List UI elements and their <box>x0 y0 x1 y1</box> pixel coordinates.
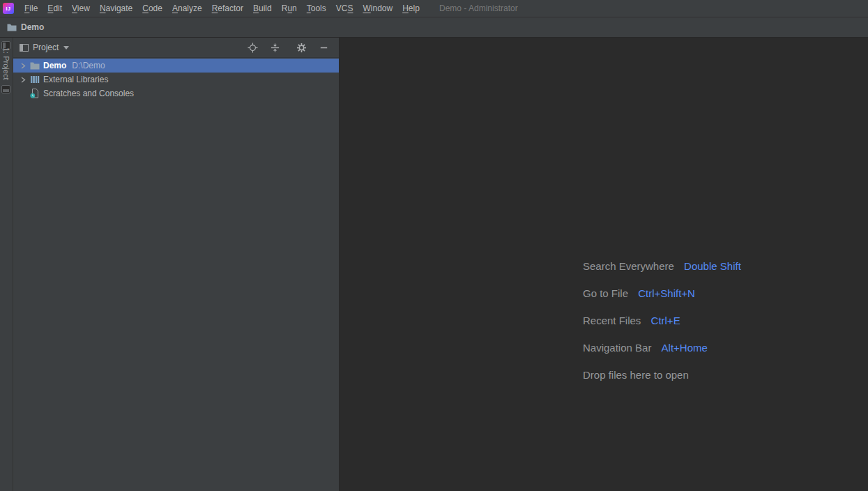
breadcrumb-item-demo[interactable]: Demo <box>21 22 44 32</box>
chevron-right-icon[interactable] <box>17 75 28 84</box>
tree-item-name: Demo <box>43 61 66 70</box>
tree-row-external-libraries[interactable]: External Libraries <box>13 73 339 86</box>
collapse-all-icon[interactable] <box>268 40 282 54</box>
tree-row-demo[interactable]: Demo D:\Demo <box>13 59 339 73</box>
hint-shortcut-keys: Double Shift <box>684 260 741 272</box>
editor-shortcut-hints: Search Everywhere Double Shift Go to Fil… <box>583 252 741 388</box>
favorites-tool-window-icon[interactable] <box>1 84 10 96</box>
menu-item-file[interactable]: File <box>20 0 43 17</box>
shortcut-hint: Go to File Ctrl+Shift+N <box>583 280 741 307</box>
intellij-window: IJ FileEditViewNavigateCodeAnalyzeRefact… <box>0 0 868 491</box>
menu-item-run[interactable]: Run <box>277 0 302 17</box>
left-tool-stripe: 1: Project <box>0 38 13 491</box>
menu-item-view[interactable]: View <box>67 0 95 17</box>
external-libraries-icon <box>29 74 40 85</box>
editor-area: Search Everywhere Double Shift Go to Fil… <box>340 38 868 491</box>
hint-action-label: Navigation Bar <box>583 342 651 354</box>
main-area: 1: Project Project <box>0 38 868 491</box>
chevron-right-icon[interactable] <box>17 61 28 70</box>
menu-item-navigate[interactable]: Navigate <box>95 0 137 17</box>
window-title: Demo - Administrator <box>439 0 518 17</box>
folder-icon <box>6 22 17 33</box>
menu-item-refactor[interactable]: Refactor <box>207 0 248 17</box>
project-tool-window: Project <box>13 38 340 491</box>
panel-title[interactable]: Project <box>33 43 59 52</box>
panel-header-toolbar <box>245 40 333 54</box>
shortcut-hint: Drop files here to open <box>583 361 741 388</box>
project-tree: Demo D:\Demo External Libraries <box>13 58 339 491</box>
hint-shortcut-keys: Ctrl+E <box>651 315 680 326</box>
shortcut-hint: Search Everywhere Double Shift <box>583 252 741 280</box>
menu-item-tools[interactable]: Tools <box>302 0 331 17</box>
settings-gear-icon[interactable] <box>294 40 308 54</box>
tree-item-name: External Libraries <box>43 75 108 84</box>
hint-action-label: Search Everywhere <box>583 260 674 272</box>
project-panel-header: Project <box>13 38 339 58</box>
navigation-bar: Demo <box>0 17 868 38</box>
logo-text: IJ <box>6 6 11 11</box>
menu-items: FileEditViewNavigateCodeAnalyzeRefactorB… <box>20 0 425 17</box>
shortcut-hint: Navigation Bar Alt+Home <box>583 334 741 361</box>
tree-item-name: Scratches and Consoles <box>43 89 134 98</box>
project-tool-window-label[interactable]: 1: Project <box>1 47 10 80</box>
intellij-logo-icon[interactable]: IJ <box>3 3 14 14</box>
menu-item-edit[interactable]: Edit <box>43 0 67 17</box>
shortcut-hint: Recent Files Ctrl+E <box>583 307 741 334</box>
hint-shortcut-keys: Alt+Home <box>662 342 708 354</box>
tree-item-path: D:\Demo <box>72 61 105 70</box>
chevron-down-icon[interactable] <box>63 46 69 50</box>
hint-action-label: Drop files here to open <box>583 369 689 381</box>
panel-view-icon <box>20 43 29 52</box>
hide-panel-icon[interactable] <box>317 40 330 54</box>
menu-item-code[interactable]: Code <box>137 0 167 17</box>
menu-bar: IJ FileEditViewNavigateCodeAnalyzeRefact… <box>0 0 868 17</box>
menu-item-analyze[interactable]: Analyze <box>167 0 207 17</box>
menu-item-build[interactable]: Build <box>248 0 277 17</box>
tree-row-scratches-and-consoles[interactable]: Scratches and Consoles <box>13 86 339 100</box>
hint-action-label: Go to File <box>583 287 628 299</box>
hint-shortcut-keys: Ctrl+Shift+N <box>638 287 695 299</box>
locate-icon[interactable] <box>245 40 259 54</box>
scratches-icon <box>29 88 40 99</box>
hint-action-label: Recent Files <box>583 315 641 326</box>
folder-icon <box>29 60 40 71</box>
menu-item-window[interactable]: Window <box>358 0 397 17</box>
menu-item-vcs[interactable]: VCS <box>331 0 358 17</box>
menu-item-help[interactable]: Help <box>397 0 425 17</box>
